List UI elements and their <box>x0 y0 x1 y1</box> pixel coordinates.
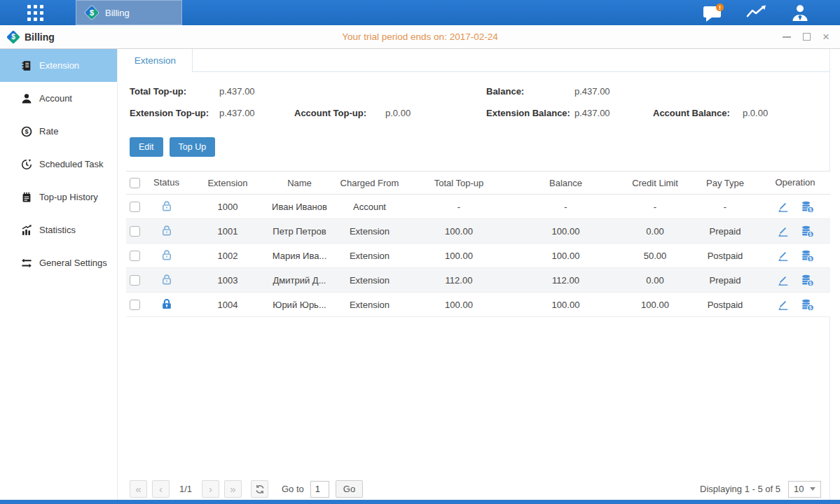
topup-row-icon[interactable]: $ <box>801 298 814 312</box>
table-row: 1001 Петр Петров Extension 100.00 100.00… <box>126 219 830 244</box>
sidebar: Extension Account $ Rate Scheduled Task <box>0 49 118 504</box>
edit-row-icon[interactable] <box>777 274 790 287</box>
row-checkbox[interactable] <box>130 202 140 212</box>
total-topup-cell: 112.00 <box>406 275 511 286</box>
next-page-button[interactable]: › <box>202 480 219 498</box>
statistics-icon <box>20 224 32 236</box>
sidebar-item-topup-history[interactable]: Top-up History <box>0 181 117 214</box>
prev-page-button[interactable]: ‹ <box>152 480 170 498</box>
svg-text:!: ! <box>719 4 721 10</box>
row-checkbox[interactable] <box>130 300 140 310</box>
sidebar-item-label: Extension <box>39 60 79 71</box>
lock-open-icon <box>160 248 173 263</box>
transfer-arrows-icon <box>20 257 32 269</box>
notifications-button[interactable]: ! <box>701 3 725 22</box>
window-titlebar: $ Billing Your trial period ends on: 201… <box>0 25 840 49</box>
edit-row-icon[interactable] <box>777 225 790 238</box>
select-all-checkbox[interactable] <box>130 178 140 188</box>
topup-row-icon[interactable]: $ <box>801 249 814 262</box>
charged-from-cell: Account <box>333 202 406 212</box>
name-cell: Мария Ива... <box>266 251 333 261</box>
first-page-button[interactable]: « <box>130 480 147 498</box>
sidebar-item-account[interactable]: Account <box>0 82 117 115</box>
topup-row-icon[interactable]: $ <box>801 274 814 287</box>
pay-type-cell: Postpaid <box>690 300 760 310</box>
pay-type-cell: Prepaid <box>690 275 760 286</box>
row-checkbox[interactable] <box>130 251 140 261</box>
extension-balance-value: p.437.00 <box>574 108 610 118</box>
credit-limit-cell: 0.00 <box>620 226 690 237</box>
page-size-select[interactable]: 10 <box>788 481 821 498</box>
total-topup-cell: 100.00 <box>406 251 511 261</box>
total-topup-cell: - <box>406 202 511 212</box>
ledger-icon <box>20 59 32 71</box>
taskbar-tab-billing[interactable]: $ Billing <box>76 0 182 25</box>
billing-diamond-icon: $ <box>85 6 99 20</box>
close-button[interactable]: × <box>820 31 832 43</box>
charged-from-cell: Extension <box>333 226 406 237</box>
refresh-button[interactable] <box>251 480 268 498</box>
sidebar-item-rate[interactable]: $ Rate <box>0 115 117 148</box>
balance-cell: 100.00 <box>511 226 620 237</box>
sidebar-item-extension[interactable]: Extension <box>0 49 117 82</box>
edit-button[interactable]: Edit <box>130 137 163 157</box>
name-cell: Юрий Юрь... <box>266 300 333 310</box>
lock-closed-icon <box>160 298 173 312</box>
sidebar-item-scheduled-task[interactable]: Scheduled Task <box>0 148 117 181</box>
name-cell: Дмитрий Д... <box>266 275 333 286</box>
sidebar-item-general-settings[interactable]: General Settings <box>0 246 117 279</box>
page-size-value: 10 <box>794 484 804 494</box>
row-checkbox[interactable] <box>130 275 140 286</box>
col-extension: Extension <box>189 178 266 188</box>
top-up-button[interactable]: Top Up <box>170 137 216 157</box>
sidebar-item-label: Rate <box>39 126 58 136</box>
edit-row-icon[interactable] <box>777 249 790 262</box>
tab-extension[interactable]: Extension <box>118 49 193 72</box>
extension-cell: 1002 <box>189 251 266 261</box>
user-icon <box>20 92 32 104</box>
svg-text:$: $ <box>809 231 812 237</box>
reports-button[interactable] <box>745 3 769 22</box>
topup-row-icon[interactable]: $ <box>801 200 814 214</box>
edit-row-icon[interactable] <box>777 200 790 214</box>
balance-cell: 112.00 <box>511 275 620 286</box>
minimize-button[interactable] <box>781 31 792 43</box>
taskbar-tab-label: Billing <box>105 8 130 18</box>
extension-cell: 1000 <box>189 202 266 212</box>
edit-row-icon[interactable] <box>777 298 790 312</box>
charged-from-cell: Extension <box>333 275 406 286</box>
account-topup-value: p.0.00 <box>385 108 411 118</box>
svg-text:$: $ <box>809 206 812 212</box>
extension-cell: 1003 <box>189 275 266 286</box>
last-page-button[interactable]: » <box>224 480 242 498</box>
sidebar-item-statistics[interactable]: Statistics <box>0 214 117 246</box>
account-balance-value: p.0.00 <box>743 108 768 118</box>
topup-row-icon[interactable]: $ <box>801 225 814 238</box>
tab-label: Extension <box>135 55 176 66</box>
total-topup-label: Total Top-up: <box>130 86 186 97</box>
credit-limit-cell: 100.00 <box>620 300 690 310</box>
col-balance: Balance <box>511 178 620 188</box>
goto-page-input[interactable] <box>310 481 329 498</box>
maximize-button[interactable] <box>801 31 812 43</box>
app-launcher-grid-icon[interactable] <box>27 5 43 21</box>
sidebar-item-label: Statistics <box>39 225 76 235</box>
trial-notice: Your trial period ends on: 2017-02-24 <box>0 31 840 42</box>
credit-limit-cell: 0.00 <box>620 275 690 286</box>
extension-topup-value: p.437.00 <box>219 108 255 118</box>
charged-from-cell: Extension <box>333 300 406 310</box>
lock-open-icon <box>160 200 173 214</box>
extension-cell: 1004 <box>189 300 266 310</box>
table-row: 1000 Иван Иванов Account - - - - $ <box>126 195 830 219</box>
col-credit-limit: Credit Limit <box>620 178 690 188</box>
user-account-button[interactable] <box>788 3 812 22</box>
billing-app-window: $ Billing ! <box>0 0 840 504</box>
go-button[interactable]: Go <box>336 480 363 498</box>
total-topup-cell: 100.00 <box>406 226 511 237</box>
svg-text:$: $ <box>809 304 812 310</box>
row-checkbox[interactable] <box>130 226 140 237</box>
account-topup-label: Account Top-up: <box>294 108 366 118</box>
name-cell: Иван Иванов <box>266 202 333 212</box>
svg-text:$: $ <box>809 280 812 286</box>
dollar-circle-icon: $ <box>20 125 32 137</box>
